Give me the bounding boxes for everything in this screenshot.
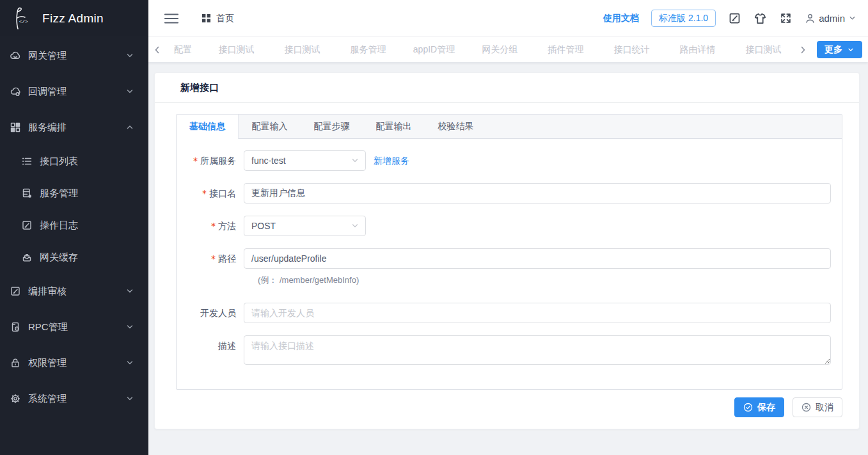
- operation-log-icon[interactable]: [728, 12, 741, 25]
- chevron-down-icon: [125, 394, 134, 403]
- tabs-scroll-left-icon[interactable]: [152, 45, 162, 55]
- api-name-input[interactable]: [244, 183, 831, 204]
- sidebar-item-orchestration-audit[interactable]: 编排审核: [0, 273, 148, 309]
- content-area: 新增接口 基础信息 配置输入 配置步骤 配置输出 校验结果 所属服务: [148, 62, 868, 455]
- page-tabbar: 配置 接口测试 接口测试 服务管理 appID管理 网关分组 插件管理 接口统计…: [148, 36, 868, 62]
- sidebar-item-api-list[interactable]: 接口列表: [0, 145, 148, 177]
- doc-link[interactable]: 使用文档: [603, 13, 639, 24]
- sidebar-item-orchestration[interactable]: 服务编排: [0, 109, 148, 145]
- lock-icon: [10, 357, 21, 369]
- description-label: 描述: [177, 335, 244, 356]
- form-tabs-header: 基础信息 配置输入 配置步骤 配置输出 校验结果: [177, 115, 842, 139]
- card-header: 新增接口: [155, 73, 859, 103]
- chevron-down-icon: [125, 51, 134, 60]
- sidebar-item-permission[interactable]: 权限管理: [0, 345, 148, 381]
- phone-icon: [10, 321, 21, 333]
- sidebar-item-callback[interactable]: 回调管理: [0, 74, 148, 109]
- check-circle-icon: [743, 403, 753, 412]
- method-label: 方法: [177, 216, 244, 236]
- path-label: 路径: [177, 248, 244, 269]
- list-icon: [21, 156, 33, 167]
- developer-label: 开发人员: [177, 303, 244, 323]
- page-tab[interactable]: 插件管理: [533, 44, 599, 56]
- main-area: 首页 使用文档 标准版 2.1.0 admin 配置 接口测试 接口测试 服务管…: [148, 0, 868, 455]
- sidebar-item-label: 操作日志: [40, 220, 134, 232]
- sidebar-toggle-icon[interactable]: [164, 13, 179, 24]
- method-field-row: 方法 POST: [177, 216, 831, 236]
- header-actions: 使用文档 标准版 2.1.0 admin: [603, 10, 856, 27]
- sidebar-item-rpc[interactable]: RPC管理: [0, 309, 148, 345]
- gear-icon: [10, 393, 21, 404]
- description-textarea[interactable]: [244, 335, 831, 365]
- sidebar-item-operation-log[interactable]: 操作日志: [0, 209, 148, 241]
- page-tabs: 配置 接口测试 接口测试 服务管理 appID管理 网关分组 插件管理 接口统计…: [162, 44, 798, 56]
- breadcrumb[interactable]: 首页: [202, 13, 234, 24]
- method-select[interactable]: POST: [244, 216, 366, 236]
- more-tabs-button[interactable]: 更多: [817, 41, 862, 58]
- card-body: 基础信息 配置输入 配置步骤 配置输出 校验结果 所属服务 func-test: [155, 103, 859, 417]
- api-name-field-row: 接口名: [177, 183, 831, 204]
- sidebar-item-system[interactable]: 系统管理: [0, 381, 148, 417]
- developer-input[interactable]: [244, 303, 831, 323]
- tab-config-output[interactable]: 配置输出: [363, 115, 425, 138]
- path-hint-row: (例： /member/getMebInfo): [251, 274, 831, 286]
- tab-config-steps[interactable]: 配置步骤: [301, 115, 363, 138]
- log-pen-icon: [21, 220, 33, 231]
- x-circle-icon: [801, 403, 811, 412]
- sidebar-item-label: 服务管理: [40, 188, 134, 200]
- person-icon: [805, 13, 816, 24]
- service-select-value: func-test: [251, 156, 286, 166]
- breadcrumb-home[interactable]: 首页: [216, 13, 234, 24]
- developer-field-row: 开发人员: [177, 303, 831, 323]
- theme-tshirt-icon[interactable]: [754, 12, 767, 25]
- chevron-down-icon: [848, 14, 856, 22]
- chevron-up-icon: [125, 123, 134, 132]
- fizz-logo-icon: </>: [10, 6, 32, 31]
- save-label: 保存: [757, 402, 775, 413]
- tab-config-input[interactable]: 配置输入: [239, 115, 301, 138]
- cancel-label: 取消: [816, 402, 833, 413]
- version-badge[interactable]: 标准版 2.1.0: [651, 10, 716, 27]
- page-tab[interactable]: appID管理: [401, 44, 467, 56]
- chevron-down-icon: [125, 287, 134, 296]
- save-button[interactable]: 保存: [734, 397, 784, 417]
- page-tab[interactable]: 接口测试: [730, 44, 796, 56]
- chevron-down-icon: [125, 323, 134, 331]
- page-tab[interactable]: 网关分组: [467, 44, 533, 56]
- page-tab[interactable]: 路由详情: [665, 44, 730, 56]
- page-tab[interactable]: 接口测试: [203, 44, 269, 56]
- path-input[interactable]: [244, 248, 831, 269]
- tabs-scroll-right-icon[interactable]: [798, 45, 808, 55]
- page-tab[interactable]: 配置: [162, 44, 203, 56]
- grid-icon: [10, 122, 21, 133]
- page-tab[interactable]: 接口统计: [599, 44, 665, 56]
- form-actions: 保存 取消: [176, 397, 842, 417]
- add-service-link[interactable]: 新增服务: [374, 150, 409, 171]
- sidebar-item-gateway-cache[interactable]: 网关缓存: [0, 241, 148, 273]
- user-menu[interactable]: admin: [805, 13, 856, 24]
- chevron-down-icon: [125, 358, 134, 367]
- sidebar-item-service-mgmt[interactable]: 服务管理: [0, 177, 148, 209]
- tab-basic-info[interactable]: 基础信息: [177, 115, 239, 139]
- fullscreen-icon[interactable]: [779, 12, 793, 25]
- sidebar-menu: 网关管理 回调管理 服务编排 接口列表 服务管理 操作日志 网关缓存: [0, 36, 148, 417]
- sidebar-item-label: 编排审核: [28, 285, 125, 298]
- form-tabs-panel: 基础信息 配置输入 配置步骤 配置输出 校验结果 所属服务 func-test: [176, 114, 842, 390]
- sidebar-item-gateway[interactable]: 网关管理: [0, 38, 148, 74]
- tab-validation-result[interactable]: 校验结果: [425, 115, 487, 138]
- page-tab[interactable]: 服务管理: [335, 44, 401, 56]
- new-api-card: 新增接口 基础信息 配置输入 配置步骤 配置输出 校验结果 所属服务: [154, 72, 860, 429]
- chevron-down-icon: [351, 221, 359, 230]
- logo[interactable]: </> Fizz Admin: [0, 0, 148, 36]
- cancel-button[interactable]: 取消: [793, 397, 842, 417]
- sidebar-item-label: 服务编排: [28, 122, 125, 134]
- method-select-value: POST: [251, 221, 276, 231]
- service-select[interactable]: func-test: [244, 150, 366, 171]
- path-hint: (例： /member/getMebInfo): [251, 275, 359, 285]
- api-name-label: 接口名: [177, 183, 244, 204]
- sidebar-item-label: 系统管理: [28, 393, 125, 405]
- description-field-row: 描述: [177, 335, 831, 365]
- page-tab[interactable]: 接口测试: [269, 44, 335, 56]
- chevron-down-icon: [125, 87, 134, 96]
- sidebar-item-label: 回调管理: [28, 86, 125, 98]
